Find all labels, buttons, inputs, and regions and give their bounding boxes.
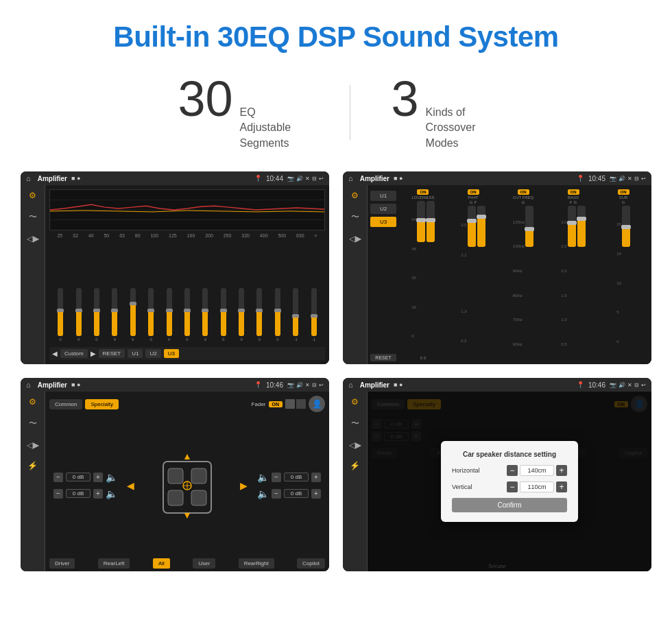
eq-slider-5[interactable]: 5 — [130, 288, 136, 342]
status-bar-4: ⌂ Amplifier ■ ● 📍 10:46 📷 🔊 ✕ ⊟ ↩ — [343, 378, 651, 392]
phat-slider-r[interactable] — [477, 206, 485, 247]
wave-icon-2[interactable]: 〜 — [351, 211, 359, 223]
cutfreq-slider[interactable] — [525, 206, 533, 247]
loudness-slider-l[interactable] — [417, 201, 425, 242]
rearright-btn-3[interactable]: RearRight — [239, 558, 274, 569]
vertical-plus[interactable]: + — [556, 481, 567, 492]
left-vol1-plus[interactable]: + — [93, 473, 103, 482]
eq-icon-4[interactable]: ⚙ — [351, 397, 359, 407]
bass-slider-l[interactable] — [568, 206, 576, 247]
left-vol1-minus[interactable]: − — [53, 473, 63, 482]
nav-right-3[interactable]: ▶ — [240, 480, 248, 491]
nav-down-3[interactable]: ▼ — [182, 510, 192, 521]
eq-slider-15[interactable]: -1 — [311, 288, 317, 342]
reset-dsp[interactable]: RESET — [370, 354, 396, 361]
cutfreq-on[interactable]: ON — [518, 189, 529, 195]
phat-slider-l[interactable] — [468, 206, 476, 247]
right-vol1-plus[interactable]: + — [311, 473, 321, 482]
next-button[interactable]: ▶ — [91, 350, 96, 357]
speaker-icon-4[interactable]: ◁▶ — [349, 440, 361, 450]
close-icon-2: ✕ — [627, 176, 632, 182]
u1-preset[interactable]: U1 — [370, 191, 396, 201]
speaker-icon-1[interactable]: ◁▶ — [27, 234, 39, 243]
right-vol1-minus[interactable]: − — [272, 473, 281, 482]
fader-indicator-3 — [296, 399, 306, 409]
eq-slider-6[interactable]: 0 — [148, 288, 154, 342]
home-icon-4[interactable]: ⌂ — [348, 381, 353, 389]
eq-slider-8[interactable]: 0 — [184, 288, 190, 342]
eq-slider-2[interactable]: 0 — [76, 288, 82, 342]
eq-slider-1[interactable]: 0 — [58, 288, 63, 342]
speaker-icon-2[interactable]: ◁▶ — [349, 234, 361, 243]
loudness-slider-r[interactable] — [427, 201, 435, 242]
u3-preset[interactable]: U3 — [370, 217, 396, 227]
left-vol-row-2: − 0 dB + 🔈 — [53, 488, 117, 499]
reset-button-1[interactable]: RESET — [99, 349, 125, 358]
sub-slider[interactable] — [622, 206, 630, 247]
eq-slider-13[interactable]: 0 — [275, 288, 280, 342]
dsp-channels: ON LOUDNESS 6448 3216 0 — [398, 188, 649, 361]
bluetooth-icon-4[interactable]: ⚡ — [350, 461, 360, 470]
eq-icon-2[interactable]: ⚙ — [351, 191, 359, 200]
eq-slider-3[interactable]: 0 — [94, 288, 99, 342]
eq-slider-12[interactable]: 0 — [256, 288, 262, 342]
right-vol2-minus[interactable]: − — [272, 489, 281, 499]
eq-icon-1[interactable]: ⚙ — [29, 191, 36, 200]
eq-icon-3[interactable]: ⚙ — [29, 397, 36, 407]
copilot-btn-3[interactable]: Copilot — [297, 558, 325, 569]
right-vol1-value: 0 dB — [284, 473, 309, 481]
horizontal-plus[interactable]: + — [556, 465, 567, 476]
u3-button-1[interactable]: U3 — [164, 349, 179, 358]
sub-on[interactable]: ON — [618, 189, 629, 195]
eq-slider-14[interactable]: -1 — [293, 288, 298, 342]
screen3-title: Amplifier — [38, 381, 67, 389]
speaker-icon-3[interactable]: ◁▶ — [27, 440, 39, 450]
common-tab-3[interactable]: Common — [49, 399, 82, 409]
volume-icon-1: 🔊 — [296, 176, 303, 182]
left-vol2-plus[interactable]: + — [93, 489, 103, 499]
custom-button[interactable]: Custom — [60, 349, 88, 358]
location-icon-2: 📍 — [577, 175, 584, 182]
right-vol2-plus[interactable]: + — [311, 489, 321, 499]
prev-button[interactable]: ◀ — [52, 350, 58, 357]
phat-on[interactable]: ON — [468, 189, 479, 195]
user-btn-3[interactable]: User — [193, 558, 215, 569]
eq-slider-11[interactable]: 0 — [239, 288, 244, 342]
user-icon-3[interactable]: 👤 — [309, 396, 325, 412]
eq-slider-7[interactable]: 0 — [167, 288, 172, 342]
left-vol2-minus[interactable]: − — [53, 489, 63, 499]
eq-chart — [49, 189, 325, 230]
loudness-on[interactable]: ON — [417, 189, 429, 195]
home-icon-2[interactable]: ⌂ — [348, 174, 353, 182]
home-icon-3[interactable]: ⌂ — [26, 381, 31, 389]
vertical-minus[interactable]: − — [507, 481, 518, 492]
nav-left-3[interactable]: ◀ — [127, 480, 134, 491]
dialog-overlay: Car speaker distance setting Horizontal … — [368, 392, 651, 571]
fader-slider-3[interactable] — [285, 399, 295, 409]
bass-on[interactable]: ON — [568, 189, 579, 195]
rearleft-btn-3[interactable]: RearLeft — [98, 558, 130, 569]
horizontal-minus[interactable]: − — [507, 465, 518, 476]
nav-up-3[interactable]: ▲ — [182, 451, 192, 462]
all-btn-3[interactable]: All — [153, 558, 170, 569]
eq-slider-10[interactable]: 0 — [221, 288, 226, 342]
wave-icon-1[interactable]: 〜 — [29, 211, 37, 223]
close-icon-4: ✕ — [627, 382, 632, 388]
home-icon-1[interactable]: ⌂ — [26, 174, 31, 182]
driver-btn-3[interactable]: Driver — [49, 558, 75, 569]
fader-on-3[interactable]: ON — [269, 401, 283, 407]
right-vol-col: 🔈 − 0 dB + 🔈 − 0 dB + — [253, 469, 325, 502]
confirm-button[interactable]: Confirm — [452, 498, 567, 512]
status-bar-3: ⌂ Amplifier ■ ● 📍 10:46 📷 🔊 ✕ ⊟ ↩ — [21, 378, 329, 392]
wave-icon-3[interactable]: 〜 — [29, 418, 37, 429]
eq-slider-9[interactable]: 0 — [202, 288, 208, 342]
u2-button-1[interactable]: U2 — [145, 349, 160, 358]
back-icon-3: ↩ — [319, 382, 324, 388]
u1-button-1[interactable]: U1 — [128, 349, 143, 358]
specialty-tab-3[interactable]: Specialty — [85, 399, 118, 409]
wave-icon-4[interactable]: 〜 — [351, 418, 359, 429]
u2-preset[interactable]: U2 — [370, 204, 396, 214]
bluetooth-icon-3[interactable]: ⚡ — [27, 461, 38, 470]
eq-slider-4[interactable]: 0 — [112, 288, 117, 342]
bass-slider-r[interactable] — [577, 206, 586, 247]
